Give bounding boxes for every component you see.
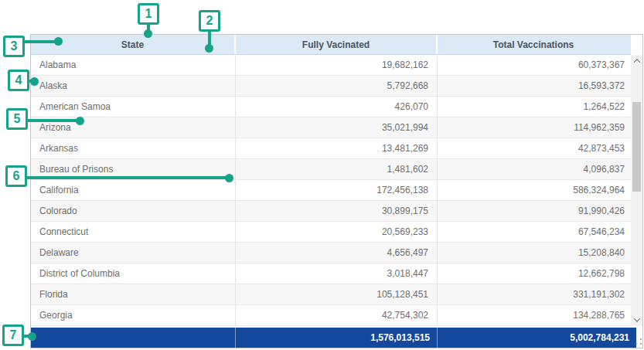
callout-5-stem <box>27 119 77 122</box>
table-row[interactable]: Arizona35,021,994114,962,359 <box>31 117 631 138</box>
cell-total-vaccinations: 1,264,522 <box>438 97 631 117</box>
cell-fully-vacinated: 20,569,233 <box>236 222 438 242</box>
cell-state: Delaware <box>31 243 236 263</box>
cell-total-vaccinations: 42,873,453 <box>438 138 631 158</box>
callout-4-box: 4 <box>8 70 29 91</box>
cell-fully-vacinated: 13,481,269 <box>236 138 438 158</box>
cell-state: District of Columbia <box>31 263 236 284</box>
table-row[interactable]: Connecticut20,569,23367,546,234 <box>31 222 631 243</box>
chevron-up-icon <box>633 59 639 65</box>
cell-fully-vacinated: 3,018,447 <box>236 263 438 284</box>
cell-total-vaccinations: 60,373,367 <box>438 55 631 75</box>
vertical-scrollbar[interactable] <box>631 55 642 326</box>
cell-state: Connecticut <box>31 222 236 242</box>
scroll-down-button[interactable] <box>631 314 642 326</box>
cell-state: Colorado <box>31 201 236 221</box>
cell-fully-vacinated: 5,792,668 <box>236 76 438 96</box>
callout-7-box: 7 <box>2 325 24 346</box>
table-row[interactable]: Colorado30,899,17591,990,426 <box>31 201 631 222</box>
table-row[interactable]: Alabama19,682,16260,373,367 <box>31 55 631 76</box>
cell-fully-vacinated: 1,481,602 <box>236 159 438 179</box>
cell-state: American Samoa <box>31 97 236 117</box>
cell-state: Georgia <box>31 305 236 325</box>
callout-4-dot <box>30 77 39 86</box>
cell-fully-vacinated: 4,656,497 <box>236 243 438 263</box>
table-row[interactable]: District of Columbia3,018,44712,662,798 <box>31 263 631 284</box>
cell-state: Alaska <box>31 76 236 96</box>
cell-state: Florida <box>31 284 236 304</box>
callout-5-box: 5 <box>6 108 28 130</box>
table-header-row: State Fully Vacinated Total Vaccinations <box>31 35 631 55</box>
callout-6-box: 6 <box>5 165 27 187</box>
cell-state: Arkansas <box>31 138 236 158</box>
callout-7-dot <box>28 332 36 341</box>
callout-1-box: 1 <box>138 3 159 25</box>
cell-total-vaccinations: 16,593,372 <box>438 76 631 96</box>
totals-state-cell <box>31 328 236 348</box>
callout-2-box: 2 <box>199 10 220 32</box>
cell-total-vaccinations: 114,962,359 <box>438 117 631 138</box>
totals-total-vaccinations-cell: 5,002,784,231 <box>438 328 636 348</box>
column-header-fully-vacinated[interactable]: Fully Vacinated <box>236 35 438 54</box>
table-row[interactable]: Arkansas13,481,26942,873,453 <box>31 138 631 159</box>
callout-6-dot <box>225 174 233 182</box>
vaccinations-table: State Fully Vacinated Total Vaccinations… <box>30 34 643 348</box>
cell-total-vaccinations: 134,288,765 <box>438 305 631 325</box>
cell-fully-vacinated: 19,682,162 <box>236 55 438 75</box>
cell-fully-vacinated: 30,899,175 <box>236 201 438 221</box>
cell-total-vaccinations: 12,662,798 <box>438 263 631 284</box>
cell-fully-vacinated: 105,128,451 <box>236 284 438 304</box>
callout-3-box: 3 <box>3 36 25 57</box>
column-header-total-vaccinations[interactable]: Total Vaccinations <box>438 35 629 54</box>
table-body: Alabama19,682,16260,373,367Alaska5,792,6… <box>31 55 631 326</box>
callout-6-stem <box>26 176 227 179</box>
column-header-state[interactable]: State <box>31 35 236 54</box>
cell-total-vaccinations: 4,096,837 <box>438 159 631 179</box>
callout-3-dot <box>54 37 63 46</box>
table-row[interactable]: California172,456,138586,324,964 <box>31 180 631 201</box>
cell-total-vaccinations: 15,208,840 <box>438 243 631 263</box>
cell-fully-vacinated: 172,456,138 <box>236 180 438 200</box>
table-row[interactable]: Delaware4,656,49715,208,840 <box>31 243 631 263</box>
cell-fully-vacinated: 426,070 <box>236 97 438 117</box>
totals-row: 1,576,013,515 5,002,784,231 <box>31 328 636 348</box>
table-row[interactable]: American Samoa426,0701,264,522 <box>31 97 631 117</box>
cell-total-vaccinations: 331,191,302 <box>438 284 631 304</box>
scrollbar-thumb[interactable] <box>632 102 641 192</box>
cell-total-vaccinations: 586,324,964 <box>438 180 631 200</box>
callout-2-dot <box>205 44 213 53</box>
resize-grip[interactable] <box>635 338 643 346</box>
cell-total-vaccinations: 67,546,234 <box>438 222 631 242</box>
cell-fully-vacinated: 35,021,994 <box>236 117 438 138</box>
chevron-down-icon <box>633 315 639 321</box>
callout-5-dot <box>76 117 84 125</box>
cell-total-vaccinations: 91,990,426 <box>438 201 631 221</box>
cell-state: Alabama <box>31 55 236 75</box>
cell-state: California <box>31 180 236 200</box>
callout-1-dot <box>144 29 152 38</box>
cell-fully-vacinated: 42,754,302 <box>236 305 438 325</box>
table-row[interactable]: Florida105,128,451331,191,302 <box>31 284 631 305</box>
scroll-up-button[interactable] <box>631 55 642 67</box>
table-row[interactable]: Alaska5,792,66816,593,372 <box>31 76 631 97</box>
table-row[interactable]: Georgia42,754,302134,288,765 <box>31 305 631 326</box>
totals-fully-vacinated-cell: 1,576,013,515 <box>236 328 438 348</box>
